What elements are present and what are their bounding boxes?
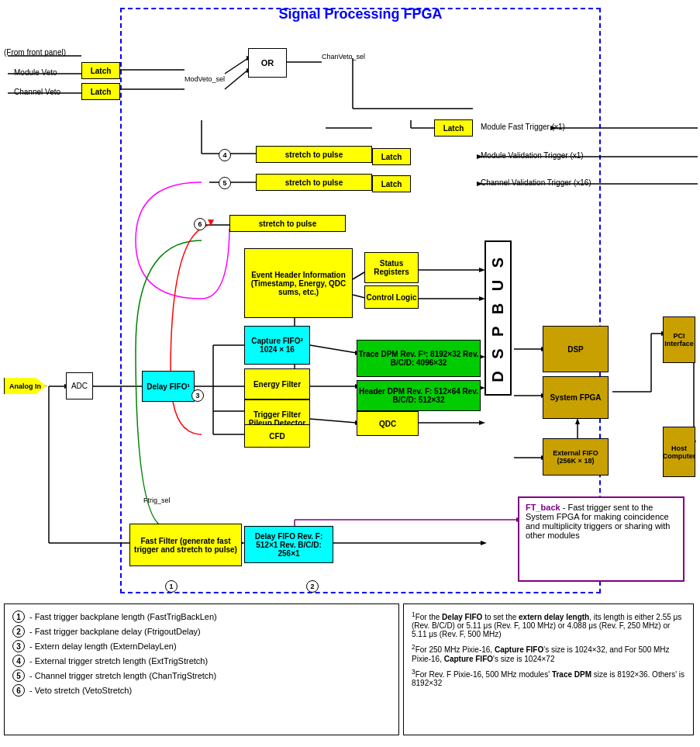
stretch-to-pulse-4: stretch to pulse: [256, 146, 372, 163]
fpga-title: Signal Processing FPGA: [120, 6, 601, 22]
footnote-1: 1For the Delay FIFO to set the extern de…: [412, 610, 685, 638]
legend-circle-1: 1: [12, 610, 25, 623]
system-fpga-block: System FPGA: [543, 376, 609, 419]
legend-item-4: 4 - External trigger stretch length (Ext…: [12, 655, 391, 667]
module-fast-trigger-label: Module Fast Trigger (x1): [481, 123, 565, 131]
event-header-block: Event Header Information (Timestamp, Ene…: [244, 248, 353, 318]
fast-filter-block: Fast Filter (generate fast trigger and s…: [129, 524, 242, 566]
latch-module-val: Latch: [372, 148, 411, 165]
channel-validation-label: Channel Validation Trigger (x16): [481, 178, 591, 187]
energy-filter-block: Energy Filter: [244, 368, 310, 399]
legend-circle-5: 5: [12, 669, 25, 682]
legend-circle-3: 3: [12, 640, 25, 652]
circle-1-diagram: 1: [165, 580, 178, 593]
control-logic-block: Control Logic: [364, 285, 419, 309]
dsp-bus-text: D S P B U S: [489, 254, 507, 382]
cfd-block: CFD: [244, 424, 310, 448]
legend-circle-6: 6: [12, 684, 25, 697]
header-dpm-block: Header DPM Rev. F: 512×64 Rev. B/C/D: 51…: [357, 380, 481, 411]
or-gate: OR: [248, 48, 287, 78]
stretch-to-pulse-6: stretch to pulse: [229, 215, 346, 232]
latch-module-fast: Latch: [434, 119, 473, 137]
latch-channel-val: Latch: [372, 175, 411, 192]
delay-fifo1-block: Delay FIFO¹: [142, 371, 195, 402]
external-fifo-block: External FIFO (256K × 18): [543, 438, 609, 476]
status-registers-block: Status Registers: [364, 252, 419, 283]
latch-module-veto: Latch: [81, 62, 120, 79]
legend-text-5: - Channel trigger stretch length (ChanTr…: [29, 671, 216, 680]
legend-item-5: 5 - Channel trigger stretch length (Chan…: [12, 669, 391, 682]
ftback-title: FT_back: [526, 503, 560, 512]
adc-block: ADC: [66, 372, 93, 399]
capture-fifo-block: Capture FIFO² 1024 × 16: [244, 326, 310, 365]
legend-item-6: 6 - Veto stretch (VetoStretch): [12, 684, 391, 697]
legend-text-2: - Fast trigger backplane delay (Ftrigout…: [29, 627, 201, 636]
ftrig-sel-label: Ftrig_sel: [143, 496, 171, 504]
module-veto-label: Module Veto: [14, 68, 57, 77]
legend-text-3: - Extern delay length (ExternDelayLen): [29, 642, 177, 651]
host-computer-block: Host Computer: [663, 427, 695, 477]
legend-item-2: 2 - Fast trigger backplane delay (Ftrigo…: [12, 625, 391, 638]
circle-6: 6: [194, 218, 206, 230]
footnote-2: 2For 250 MHz Pixie-16, Capture FIFO's si…: [412, 643, 685, 662]
pci-interface-block: PCI Interface: [663, 316, 695, 363]
footnote-box: 1For the Delay FIFO to set the extern de…: [403, 603, 694, 735]
dsp-bus-block: D S P B U S: [484, 240, 512, 396]
legend-circle-2: 2: [12, 625, 25, 638]
circle-5: 5: [219, 177, 231, 189]
legend-text-1: - Fast trigger backplane length (FastTri…: [29, 612, 217, 621]
legend-item-3: 3 - Extern delay length (ExternDelayLen): [12, 640, 391, 652]
delay-fifo2-block: Delay FIFO Rev. F: 512×1 Rev. B/C/D: 256…: [244, 526, 333, 563]
qdc-block: QDC: [357, 411, 419, 436]
legend-box: 1 - Fast trigger backplane length (FastT…: [4, 603, 399, 735]
channel-veto-label: Channel Veto: [14, 88, 60, 96]
ftback-box: FT_back - Fast trigger sent to the Syste…: [518, 496, 684, 582]
main-container: Signal Processing FPGA: [0, 0, 700, 747]
from-front-panel-label: (From front panel): [4, 48, 66, 57]
stretch-to-pulse-5: stretch to pulse: [256, 174, 372, 191]
legend-circle-4: 4: [12, 655, 25, 667]
chanveto-sel-label: ChanVeto_sel: [322, 53, 365, 61]
module-validation-label: Module Validation Trigger (x1): [481, 151, 584, 160]
trace-dpm-block: Trace DPM Rev. F³: 8192×32 Rev. B/C/D: 4…: [357, 340, 481, 377]
latch-channel-veto: Latch: [81, 83, 120, 100]
circle-2-diagram: 2: [306, 580, 319, 593]
legend-text-6: - Veto stretch (VetoStretch): [29, 686, 132, 695]
footnote-3: 3For Rev. F Pixie-16, 500 MHz modules' T…: [412, 668, 685, 687]
circle-3-diagram: 3: [191, 389, 204, 402]
modveto-sel-label: ModVeto_sel: [184, 75, 225, 83]
circle-4: 4: [219, 149, 231, 161]
legend-item-1: 1 - Fast trigger backplane length (FastT…: [12, 610, 391, 623]
legend-text-4: - External trigger stretch length (ExtTr…: [29, 656, 208, 666]
dsp-block: DSP: [543, 326, 609, 372]
analog-in-block: Analog In: [4, 372, 47, 399]
